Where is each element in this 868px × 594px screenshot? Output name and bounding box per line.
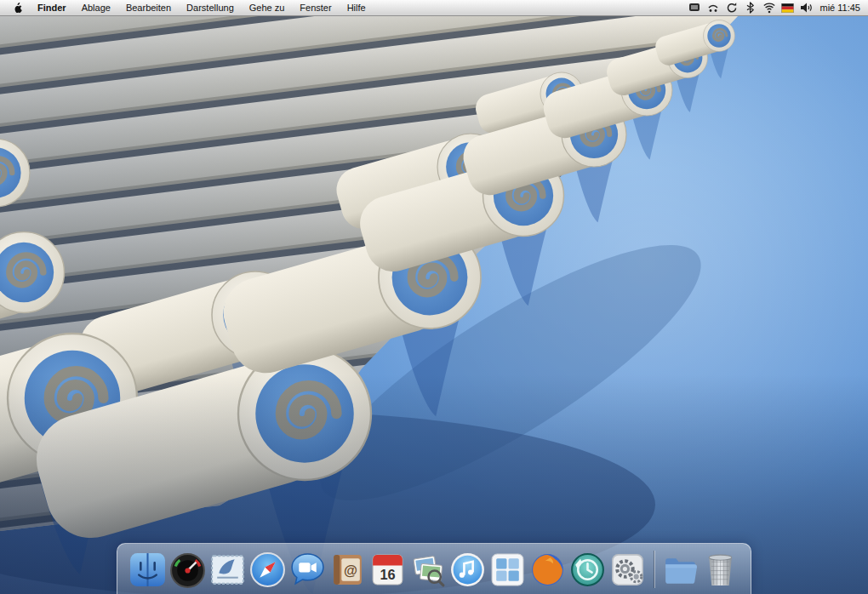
menu-bearbeiten[interactable]: Bearbeiten (118, 3, 179, 13)
dock-app-grid-icon[interactable] (488, 551, 527, 589)
menu-hilfe[interactable]: Hilfe (340, 3, 374, 13)
dock-itunes-icon[interactable] (448, 551, 487, 589)
status-items (688, 0, 813, 15)
dock-preview-icon[interactable] (408, 551, 447, 589)
dock-dashboard-icon[interactable] (168, 551, 207, 589)
menu-bar-status-area: mié 11:45 (688, 0, 864, 15)
svg-text:@: @ (344, 562, 357, 577)
dock-system-preferences-icon[interactable] (608, 551, 647, 589)
desktop: FinderAblageBearbeitenDarstellungGehe zu… (0, 0, 868, 594)
dock-mail-icon[interactable] (208, 551, 247, 589)
dock-trash-icon[interactable] (701, 551, 740, 589)
sync-icon[interactable] (725, 0, 739, 15)
menu-bar-clock[interactable]: mié 11:45 (817, 3, 864, 13)
keyboard-layout-flag-de[interactable] (781, 0, 794, 15)
airport-icon[interactable] (762, 0, 776, 15)
menu-darstellung[interactable]: Darstellung (179, 3, 242, 13)
menu-bar: FinderAblageBearbeitenDarstellungGehe zu… (0, 0, 868, 16)
menu-fenster[interactable]: Fenster (292, 3, 339, 13)
dock-ical-icon[interactable]: 16 (368, 551, 407, 589)
menu-items: FinderAblageBearbeitenDarstellungGehe zu… (30, 0, 374, 15)
dock-ichat-icon[interactable] (288, 551, 327, 589)
svg-text:16: 16 (380, 566, 395, 581)
display-icon[interactable] (688, 0, 701, 15)
apple-menu[interactable] (5, 0, 30, 15)
dock-firefox-icon[interactable] (528, 551, 567, 589)
dock-address-book-icon[interactable]: @ (328, 551, 367, 589)
menu-ablage[interactable]: Ablage (74, 3, 118, 13)
dock-safari-icon[interactable] (248, 551, 287, 589)
dock-documents-folder-icon[interactable] (661, 551, 700, 589)
modem-icon[interactable] (706, 0, 720, 15)
dock-finder-icon[interactable] (128, 551, 167, 589)
menu-finder[interactable]: Finder (30, 3, 74, 13)
dock: @16 (117, 543, 751, 594)
apple-logo-icon (12, 1, 23, 15)
volume-icon[interactable] (799, 0, 813, 15)
menu-gehe-zu[interactable]: Gehe zu (242, 3, 293, 13)
wallpaper-image (0, 15, 868, 594)
dock-time-machine-icon[interactable] (568, 551, 607, 589)
dock-divider (654, 551, 654, 588)
bluetooth-icon[interactable] (744, 0, 757, 15)
